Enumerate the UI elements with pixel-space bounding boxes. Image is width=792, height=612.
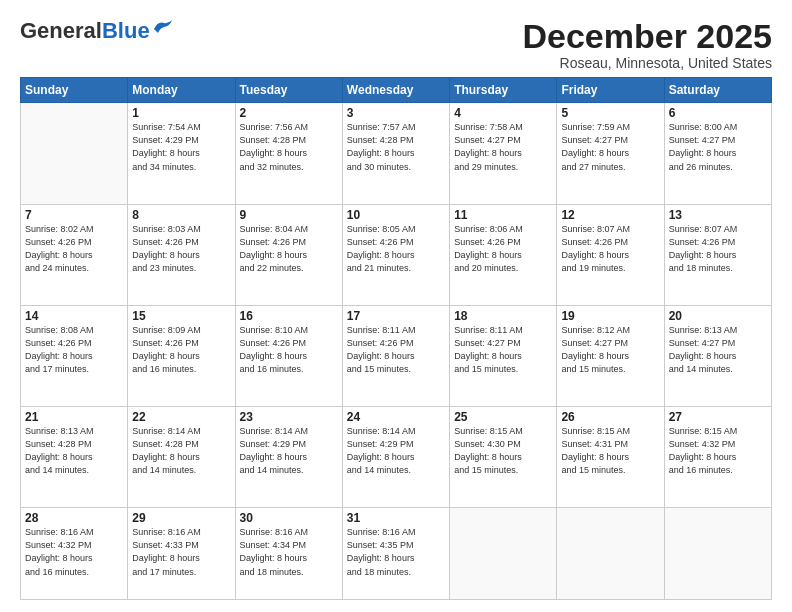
day-number: 13 (669, 208, 767, 222)
calendar-cell: 18Sunrise: 8:11 AMSunset: 4:27 PMDayligh… (450, 305, 557, 406)
day-info: Sunrise: 8:05 AMSunset: 4:26 PMDaylight:… (347, 223, 445, 275)
day-info: Sunrise: 8:13 AMSunset: 4:27 PMDaylight:… (669, 324, 767, 376)
weekday-header: Sunday (21, 78, 128, 103)
calendar-cell: 30Sunrise: 8:16 AMSunset: 4:34 PMDayligh… (235, 508, 342, 600)
day-number: 6 (669, 106, 767, 120)
calendar-cell: 9Sunrise: 8:04 AMSunset: 4:26 PMDaylight… (235, 204, 342, 305)
logo-text: GeneralBlue (20, 18, 150, 44)
day-info: Sunrise: 8:08 AMSunset: 4:26 PMDaylight:… (25, 324, 123, 376)
day-info: Sunrise: 8:03 AMSunset: 4:26 PMDaylight:… (132, 223, 230, 275)
calendar-cell: 2Sunrise: 7:56 AMSunset: 4:28 PMDaylight… (235, 103, 342, 204)
day-info: Sunrise: 8:15 AMSunset: 4:31 PMDaylight:… (561, 425, 659, 477)
day-info: Sunrise: 8:09 AMSunset: 4:26 PMDaylight:… (132, 324, 230, 376)
calendar-cell: 7Sunrise: 8:02 AMSunset: 4:26 PMDaylight… (21, 204, 128, 305)
calendar-cell: 29Sunrise: 8:16 AMSunset: 4:33 PMDayligh… (128, 508, 235, 600)
day-info: Sunrise: 8:00 AMSunset: 4:27 PMDaylight:… (669, 121, 767, 173)
day-number: 7 (25, 208, 123, 222)
day-info: Sunrise: 8:04 AMSunset: 4:26 PMDaylight:… (240, 223, 338, 275)
day-number: 19 (561, 309, 659, 323)
calendar-cell: 28Sunrise: 8:16 AMSunset: 4:32 PMDayligh… (21, 508, 128, 600)
calendar-cell (664, 508, 771, 600)
day-number: 4 (454, 106, 552, 120)
day-number: 5 (561, 106, 659, 120)
day-info: Sunrise: 8:02 AMSunset: 4:26 PMDaylight:… (25, 223, 123, 275)
calendar-cell: 8Sunrise: 8:03 AMSunset: 4:26 PMDaylight… (128, 204, 235, 305)
day-number: 1 (132, 106, 230, 120)
day-info: Sunrise: 8:07 AMSunset: 4:26 PMDaylight:… (669, 223, 767, 275)
day-number: 25 (454, 410, 552, 424)
day-number: 21 (25, 410, 123, 424)
day-number: 29 (132, 511, 230, 525)
title-block: December 2025 Roseau, Minnesota, United … (522, 18, 772, 71)
day-info: Sunrise: 8:14 AMSunset: 4:28 PMDaylight:… (132, 425, 230, 477)
day-number: 15 (132, 309, 230, 323)
logo-bird-icon (152, 19, 174, 35)
calendar-cell: 3Sunrise: 7:57 AMSunset: 4:28 PMDaylight… (342, 103, 449, 204)
month-title: December 2025 (522, 18, 772, 55)
calendar-cell: 23Sunrise: 8:14 AMSunset: 4:29 PMDayligh… (235, 407, 342, 508)
calendar-cell: 14Sunrise: 8:08 AMSunset: 4:26 PMDayligh… (21, 305, 128, 406)
day-info: Sunrise: 8:10 AMSunset: 4:26 PMDaylight:… (240, 324, 338, 376)
day-number: 12 (561, 208, 659, 222)
day-info: Sunrise: 8:13 AMSunset: 4:28 PMDaylight:… (25, 425, 123, 477)
logo: GeneralBlue (20, 18, 174, 44)
weekday-header: Friday (557, 78, 664, 103)
day-number: 26 (561, 410, 659, 424)
calendar-cell: 5Sunrise: 7:59 AMSunset: 4:27 PMDaylight… (557, 103, 664, 204)
day-number: 11 (454, 208, 552, 222)
calendar-cell (21, 103, 128, 204)
weekday-header: Wednesday (342, 78, 449, 103)
calendar-cell: 12Sunrise: 8:07 AMSunset: 4:26 PMDayligh… (557, 204, 664, 305)
day-info: Sunrise: 8:16 AMSunset: 4:34 PMDaylight:… (240, 526, 338, 578)
day-number: 17 (347, 309, 445, 323)
calendar-cell: 10Sunrise: 8:05 AMSunset: 4:26 PMDayligh… (342, 204, 449, 305)
logo-general: General (20, 18, 102, 43)
day-info: Sunrise: 8:15 AMSunset: 4:30 PMDaylight:… (454, 425, 552, 477)
calendar-cell: 24Sunrise: 8:14 AMSunset: 4:29 PMDayligh… (342, 407, 449, 508)
day-info: Sunrise: 8:16 AMSunset: 4:35 PMDaylight:… (347, 526, 445, 578)
logo-blue: Blue (102, 18, 150, 43)
day-info: Sunrise: 8:15 AMSunset: 4:32 PMDaylight:… (669, 425, 767, 477)
day-number: 3 (347, 106, 445, 120)
day-number: 27 (669, 410, 767, 424)
calendar-cell: 25Sunrise: 8:15 AMSunset: 4:30 PMDayligh… (450, 407, 557, 508)
day-info: Sunrise: 8:11 AMSunset: 4:27 PMDaylight:… (454, 324, 552, 376)
calendar-cell: 21Sunrise: 8:13 AMSunset: 4:28 PMDayligh… (21, 407, 128, 508)
weekday-header: Monday (128, 78, 235, 103)
calendar-cell: 19Sunrise: 8:12 AMSunset: 4:27 PMDayligh… (557, 305, 664, 406)
day-number: 23 (240, 410, 338, 424)
weekday-header: Saturday (664, 78, 771, 103)
day-number: 31 (347, 511, 445, 525)
day-number: 28 (25, 511, 123, 525)
day-number: 30 (240, 511, 338, 525)
calendar-cell: 6Sunrise: 8:00 AMSunset: 4:27 PMDaylight… (664, 103, 771, 204)
calendar-cell: 1Sunrise: 7:54 AMSunset: 4:29 PMDaylight… (128, 103, 235, 204)
calendar-cell: 17Sunrise: 8:11 AMSunset: 4:26 PMDayligh… (342, 305, 449, 406)
day-info: Sunrise: 8:07 AMSunset: 4:26 PMDaylight:… (561, 223, 659, 275)
weekday-header: Thursday (450, 78, 557, 103)
day-number: 8 (132, 208, 230, 222)
day-number: 16 (240, 309, 338, 323)
page: GeneralBlue December 2025 Roseau, Minnes… (0, 0, 792, 612)
day-number: 20 (669, 309, 767, 323)
calendar-cell: 16Sunrise: 8:10 AMSunset: 4:26 PMDayligh… (235, 305, 342, 406)
day-info: Sunrise: 8:06 AMSunset: 4:26 PMDaylight:… (454, 223, 552, 275)
day-number: 2 (240, 106, 338, 120)
day-number: 9 (240, 208, 338, 222)
day-info: Sunrise: 8:16 AMSunset: 4:33 PMDaylight:… (132, 526, 230, 578)
day-number: 22 (132, 410, 230, 424)
day-number: 24 (347, 410, 445, 424)
header: GeneralBlue December 2025 Roseau, Minnes… (20, 18, 772, 71)
calendar-cell: 20Sunrise: 8:13 AMSunset: 4:27 PMDayligh… (664, 305, 771, 406)
day-number: 18 (454, 309, 552, 323)
calendar-cell: 22Sunrise: 8:14 AMSunset: 4:28 PMDayligh… (128, 407, 235, 508)
calendar-cell: 15Sunrise: 8:09 AMSunset: 4:26 PMDayligh… (128, 305, 235, 406)
calendar-cell: 4Sunrise: 7:58 AMSunset: 4:27 PMDaylight… (450, 103, 557, 204)
day-info: Sunrise: 7:56 AMSunset: 4:28 PMDaylight:… (240, 121, 338, 173)
weekday-header: Tuesday (235, 78, 342, 103)
calendar-cell: 27Sunrise: 8:15 AMSunset: 4:32 PMDayligh… (664, 407, 771, 508)
day-info: Sunrise: 8:14 AMSunset: 4:29 PMDaylight:… (347, 425, 445, 477)
day-number: 10 (347, 208, 445, 222)
day-info: Sunrise: 8:11 AMSunset: 4:26 PMDaylight:… (347, 324, 445, 376)
calendar-cell: 26Sunrise: 8:15 AMSunset: 4:31 PMDayligh… (557, 407, 664, 508)
